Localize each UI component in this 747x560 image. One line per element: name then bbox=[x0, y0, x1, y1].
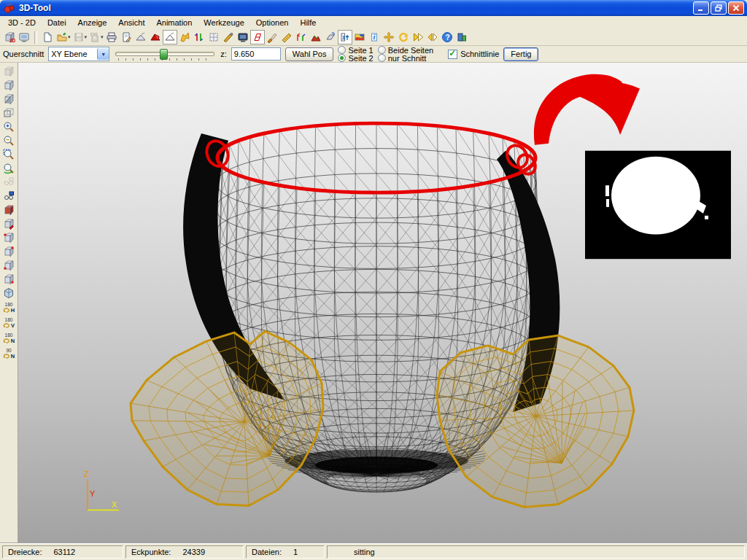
knife-icon[interactable] bbox=[221, 30, 236, 44]
cube-red-icon[interactable] bbox=[2, 204, 15, 216]
cube-halfshade-icon[interactable] bbox=[2, 93, 15, 105]
radio-dot-icon bbox=[378, 54, 386, 62]
exit-icon[interactable] bbox=[454, 30, 469, 44]
status-label: Dreiecke: bbox=[8, 548, 42, 556]
menu-item-2[interactable]: Anzeige bbox=[72, 17, 113, 28]
cube-marker-icon[interactable] bbox=[2, 218, 15, 230]
menu-item-7[interactable]: Hilfe bbox=[294, 17, 322, 28]
schnittlinie-label: Schnittlinie bbox=[460, 50, 499, 58]
model-name: sitting bbox=[354, 548, 375, 556]
triangle-flat-icon[interactable] bbox=[133, 30, 148, 44]
rotate-180h-icon[interactable]: 180H bbox=[2, 301, 15, 314]
plane-select-value: XY Ebene bbox=[49, 50, 97, 58]
model-tree-icon[interactable] bbox=[192, 30, 206, 44]
radio-nur-schnitt[interactable]: nur Schnitt bbox=[378, 55, 433, 62]
menu-item-3[interactable]: Ansicht bbox=[112, 17, 150, 28]
red-arrow-icon bbox=[534, 74, 640, 145]
radio-dot-icon bbox=[378, 46, 386, 54]
app-icon bbox=[4, 2, 15, 14]
chevron-down-icon[interactable]: ▼ bbox=[97, 48, 109, 60]
menu-item-1[interactable]: Datei bbox=[42, 17, 72, 28]
status-value: 1 bbox=[293, 548, 298, 556]
ruler-icon[interactable] bbox=[279, 30, 294, 44]
dropdown-caret-icon[interactable]: ▾ bbox=[68, 34, 71, 40]
model-scene: ZYX bbox=[18, 63, 747, 543]
brush-icon[interactable] bbox=[265, 30, 279, 44]
radio-label: nur Schnitt bbox=[388, 54, 427, 63]
zoom-out-icon[interactable] bbox=[2, 135, 15, 147]
viewport-canvas[interactable]: ZYX bbox=[18, 63, 747, 543]
zoom-in-icon[interactable] bbox=[2, 121, 15, 133]
minimize-button[interactable] bbox=[693, 1, 709, 15]
snapshot-icon[interactable] bbox=[119, 30, 133, 44]
restore-button[interactable] bbox=[711, 1, 727, 15]
dimension-panel-icon[interactable]: 1 bbox=[338, 30, 352, 44]
colormap-icon[interactable] bbox=[352, 30, 367, 44]
menu-item-0[interactable]: 3D - 2D bbox=[2, 17, 42, 28]
radio-label: Seite 2 bbox=[348, 54, 373, 63]
seite-radio-group: Seite 1Seite 2 bbox=[338, 47, 373, 62]
grid-box-icon[interactable] bbox=[206, 30, 221, 44]
svg-text:1: 1 bbox=[341, 34, 345, 41]
view-prev-icon bbox=[2, 176, 15, 188]
help-icon[interactable]: ? bbox=[440, 30, 454, 44]
app-window: 3D-Tool 3D - 2DDateiAnzeigeAnsichtAnimat… bbox=[0, 0, 747, 560]
cube-shaded-icon[interactable] bbox=[2, 79, 15, 91]
section-toolbar: Querschnitt XY Ebene ▼ z: Wahl Pos Seite… bbox=[0, 46, 747, 63]
rotate-icon[interactable] bbox=[396, 30, 411, 44]
plane-arrows-icon[interactable] bbox=[323, 30, 338, 44]
rotate-180v-icon[interactable]: 180V bbox=[2, 316, 15, 330]
menu-item-4[interactable]: Animation bbox=[150, 17, 198, 28]
save-icon bbox=[71, 30, 86, 44]
radio-seite-1[interactable]: Seite 1 bbox=[338, 47, 373, 54]
status-value: 63112 bbox=[53, 548, 75, 556]
rotate-180n-icon[interactable]: 180N bbox=[2, 332, 15, 345]
menu-bar: 3D - 2DDateiAnzeigeAnsichtAnimationWerkz… bbox=[0, 16, 747, 29]
menu-item-5[interactable]: Werkzeuge bbox=[198, 17, 249, 28]
dark-screen-icon[interactable] bbox=[236, 30, 250, 44]
axis-y-label: Y bbox=[90, 489, 96, 498]
schnittlinie-checkbox[interactable]: Schnittlinie bbox=[448, 50, 499, 59]
triangle-red-icon[interactable] bbox=[148, 30, 163, 44]
view-front-icon[interactable] bbox=[2, 232, 15, 244]
wahl-pos-button[interactable]: Wahl Pos bbox=[285, 47, 334, 61]
screen-icon[interactable] bbox=[17, 30, 31, 44]
status-field-dreiecke: Dreiecke:63112 bbox=[2, 545, 123, 559]
radio-seite-2[interactable]: Seite 2 bbox=[338, 55, 373, 62]
triangle-outline-icon[interactable] bbox=[163, 30, 177, 44]
querschnitt-label: Querschnitt bbox=[3, 50, 44, 58]
view-right-icon[interactable] bbox=[2, 273, 15, 285]
play-icon[interactable] bbox=[411, 30, 425, 44]
axis-x-label: X bbox=[112, 500, 117, 509]
plane-select[interactable]: XY Ebene ▼ bbox=[48, 47, 109, 61]
z-value-input[interactable] bbox=[231, 47, 281, 61]
move-icon[interactable] bbox=[382, 30, 396, 44]
close-button[interactable] bbox=[728, 1, 744, 15]
open-folder-icon[interactable] bbox=[55, 30, 69, 44]
measure-figure-icon[interactable] bbox=[294, 30, 309, 44]
section-position-slider[interactable] bbox=[114, 47, 216, 61]
flip-icon[interactable] bbox=[425, 30, 440, 44]
new-file-icon[interactable] bbox=[40, 30, 55, 44]
convert-3d-2d-icon[interactable]: 2D bbox=[2, 30, 17, 44]
main-toolbar: 2D▾▾EXE▾1i? bbox=[0, 29, 747, 46]
rotate-90n-icon[interactable]: 90N bbox=[2, 347, 15, 360]
zoom-window-icon[interactable] bbox=[2, 149, 15, 160]
mountain-icon[interactable] bbox=[309, 30, 323, 44]
fertig-button[interactable]: Fertig bbox=[503, 47, 538, 61]
svg-text:2D: 2D bbox=[9, 38, 15, 43]
radio-beide-seiten[interactable]: Beide Seiten bbox=[378, 47, 433, 54]
view-save-icon[interactable] bbox=[2, 190, 15, 202]
unfold-icon[interactable] bbox=[177, 30, 192, 44]
section-plane-icon[interactable] bbox=[250, 30, 265, 44]
slider-thumb[interactable] bbox=[160, 49, 168, 60]
menu-item-6[interactable]: Optionen bbox=[250, 17, 295, 28]
cube-wireframe-icon[interactable] bbox=[2, 107, 15, 119]
zoom-fit-icon[interactable] bbox=[2, 163, 15, 174]
view-left-icon[interactable] bbox=[2, 260, 15, 271]
print-icon[interactable] bbox=[104, 30, 119, 44]
view-iso-icon[interactable] bbox=[2, 287, 15, 299]
info-icon[interactable]: i bbox=[367, 30, 382, 44]
section-inset-image bbox=[585, 151, 731, 259]
view-back-icon[interactable] bbox=[2, 246, 15, 257]
